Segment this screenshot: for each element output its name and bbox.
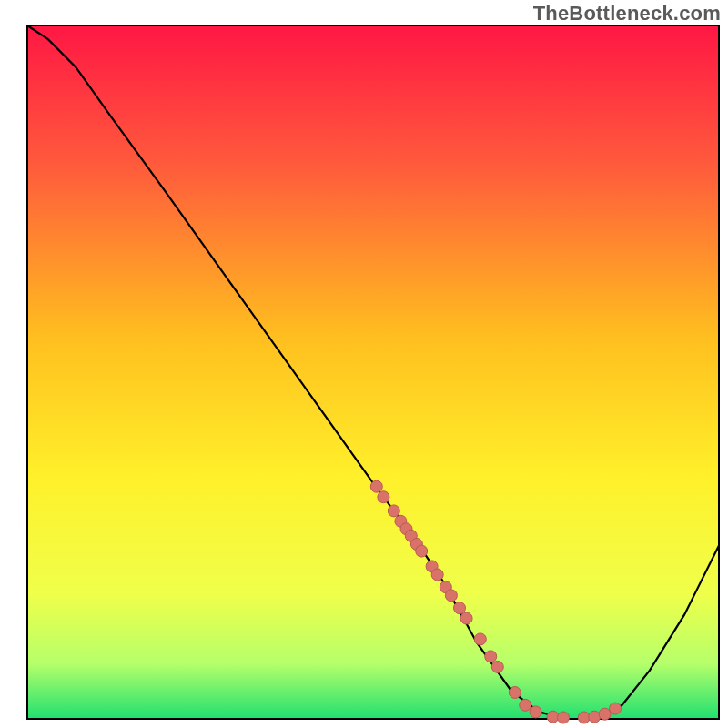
chart-canvas [0, 0, 728, 728]
data-point [416, 545, 428, 557]
data-point [378, 491, 389, 503]
data-point [388, 505, 399, 517]
data-point [530, 706, 541, 718]
data-point [509, 687, 521, 699]
data-point [589, 711, 601, 723]
watermark-text: TheBottleneck.com [533, 2, 721, 25]
data-point [558, 712, 570, 723]
data-point [454, 602, 466, 614]
data-point [610, 703, 622, 714]
plot-area [27, 25, 719, 723]
data-point [445, 590, 457, 602]
data-point [491, 661, 503, 672]
data-point [460, 612, 472, 624]
chart-container: TheBottleneck.com [0, 0, 728, 728]
data-point [485, 651, 497, 662]
data-point [370, 480, 382, 492]
data-point [599, 708, 611, 720]
chart-background [27, 25, 719, 719]
data-point [520, 699, 531, 711]
data-point [474, 633, 486, 645]
data-point [431, 569, 443, 581]
